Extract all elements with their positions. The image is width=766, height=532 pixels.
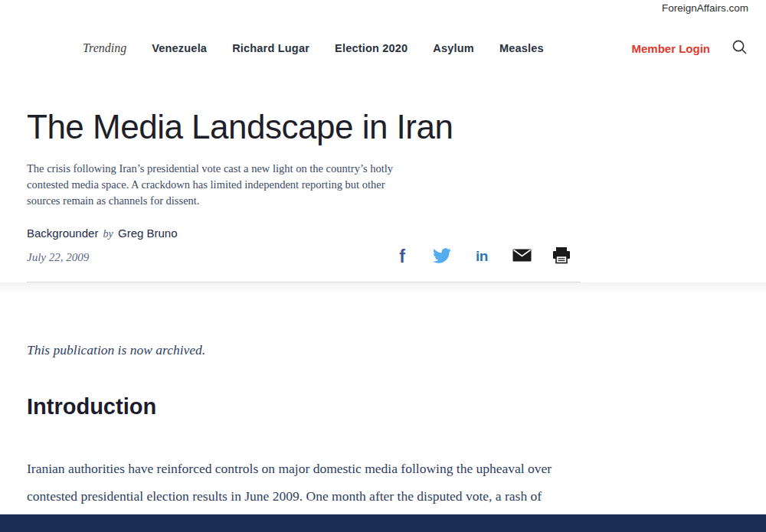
archived-note: This publication is now archived. [27,342,205,358]
nav-item-election-2020[interactable]: Election 2020 [335,42,408,54]
footer-bar [0,514,766,532]
author-name[interactable]: Greg Bruno [118,227,178,240]
trending-label: Trending [83,41,126,55]
article-page: { "site": { "domain_label": "ForeignAffa… [0,0,766,532]
top-navigation: Trending Venezuela Richard Lugar Electio… [83,37,544,60]
nav-item-asylum[interactable]: Asylum [433,42,474,54]
byline-connector: by [102,228,115,240]
header-shadow [0,282,766,293]
email-share-button[interactable] [512,246,532,266]
print-share-button[interactable] [552,246,571,266]
nav-item-richard-lugar[interactable]: Richard Lugar [232,42,309,54]
byline: Backgrounder by Greg Bruno [27,227,178,240]
article-dek: The crisis following Iran’s presidential… [27,161,404,209]
introduction-heading: Introduction [27,394,156,419]
nav-item-venezuela[interactable]: Venezuela [152,42,207,54]
article-type-label[interactable]: Backgrounder [27,227,98,240]
facebook-icon: f [399,246,405,267]
share-toolbar: f in [392,246,571,266]
email-icon [512,249,532,264]
print-icon [552,247,571,266]
linkedin-icon: in [476,248,488,265]
site-domain-label[interactable]: ForeignAffairs.com [662,2,748,14]
twitter-share-button[interactable] [432,246,452,266]
search-button[interactable] [732,39,748,56]
member-login-link[interactable]: Member Login [631,42,710,55]
article-title: The Media Landscape in Iran [27,108,453,146]
article-date: July 22, 2009 [27,251,89,264]
facebook-share-button[interactable]: f [392,246,412,266]
nav-item-measles[interactable]: Measles [499,42,544,54]
magnifier-icon [732,47,748,58]
twitter-icon [433,248,451,266]
linkedin-share-button[interactable]: in [472,246,492,266]
